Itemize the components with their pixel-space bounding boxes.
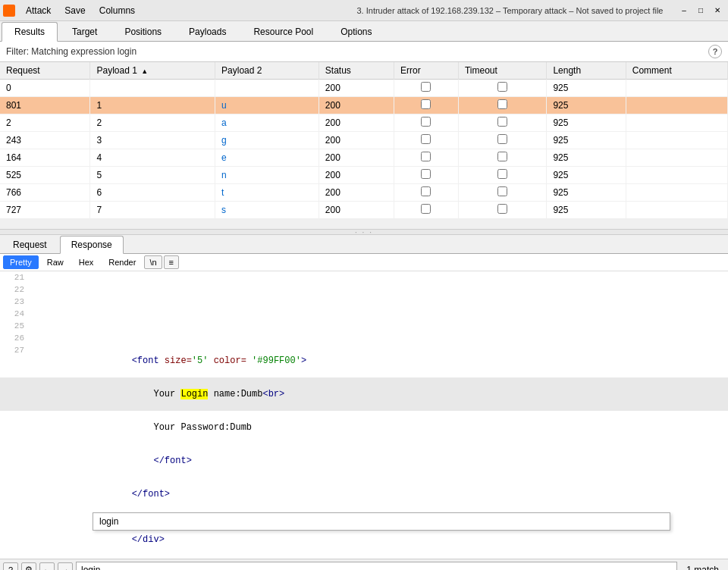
sub-tab-newline[interactable]: \n: [144, 255, 162, 269]
tab-payloads[interactable]: Payloads: [176, 22, 239, 42]
cell-payload1: 3: [90, 132, 215, 149]
cell-payload2: a: [215, 114, 319, 132]
tab-target[interactable]: Target: [59, 22, 110, 42]
filter-label: Filter: Matching expression login: [6, 46, 136, 57]
code-line-25: 25: [0, 320, 728, 332]
cell-payload2: [215, 80, 319, 97]
cell-payload2: u: [215, 97, 319, 114]
col-payload2: Payload 2: [215, 62, 319, 80]
cell-status: 200: [318, 80, 394, 97]
cell-comment: [626, 149, 727, 167]
results-table-wrapper[interactable]: Request Payload 1 ▲ Payload 2 Status Err…: [0, 62, 728, 229]
menu-columns[interactable]: Columns: [93, 4, 141, 17]
cell-payload2: g: [215, 132, 319, 149]
code-line-close-font1: </font>: [0, 444, 728, 478]
filter-bar: Filter: Matching expression login ?: [0, 42, 728, 62]
table-row[interactable]: 243 3 g 200 925: [0, 132, 728, 149]
rr-tab-bar: Request Response: [0, 235, 728, 254]
resizer[interactable]: · · ·: [0, 229, 728, 235]
table-header: Request Payload 1 ▲ Payload 2 Status Err…: [0, 62, 728, 80]
maximize-button[interactable]: □: [693, 3, 708, 18]
cell-payload2: e: [215, 149, 319, 167]
cell-error: [394, 132, 459, 149]
cell-comment: [626, 202, 727, 219]
cell-timeout: [458, 132, 546, 149]
cell-comment: [626, 132, 727, 149]
cell-request: 243: [0, 132, 90, 149]
prev-match-button[interactable]: ←: [39, 562, 55, 571]
cell-error: [394, 167, 459, 184]
cell-payload2: t: [215, 184, 319, 202]
table-row[interactable]: 766 6 t 200 925: [0, 184, 728, 202]
cell-timeout: [458, 202, 546, 219]
menu-bar: Attack Save Columns: [20, 4, 344, 17]
menu-save[interactable]: Save: [58, 4, 91, 17]
help-button[interactable]: ?: [708, 45, 722, 58]
cell-length: 925: [547, 202, 626, 219]
cell-payload1: 7: [90, 202, 215, 219]
menu-attack[interactable]: Attack: [20, 4, 57, 17]
cell-payload1: 6: [90, 184, 215, 202]
table-row[interactable]: 801 1 u 200 925: [0, 97, 728, 114]
cell-status: 200: [318, 132, 394, 149]
code-line-password: Your Password:Dumb: [0, 411, 728, 444]
table-body: 0 200 925 801 1 u 200 925 2 2 a 200 925: [0, 80, 728, 219]
sub-tab-pretty[interactable]: Pretty: [3, 255, 39, 269]
search-input[interactable]: [76, 562, 677, 571]
cell-comment: [626, 80, 727, 97]
cell-timeout: [458, 149, 546, 167]
tab-results[interactable]: Results: [2, 22, 58, 42]
col-error: Error: [394, 62, 459, 80]
code-line-22: 22: [0, 283, 728, 296]
tab-options[interactable]: Options: [328, 22, 384, 42]
title-bar: Attack Save Columns 3. Intruder attack o…: [0, 0, 728, 21]
sub-tab-render[interactable]: Render: [102, 255, 143, 269]
sub-tab-hex[interactable]: Hex: [72, 255, 101, 269]
cell-comment: [626, 184, 727, 202]
tab-request[interactable]: Request: [2, 236, 58, 254]
code-line-26: 26: [0, 332, 728, 344]
help-status-button[interactable]: ?: [3, 562, 18, 571]
col-status: Status: [318, 62, 394, 80]
code-line-27: 27 <font size='5' color= '#99FF00'>: [0, 344, 728, 377]
cell-status: 200: [318, 184, 394, 202]
table-row[interactable]: 2 2 a 200 925: [0, 114, 728, 132]
autocomplete-dropdown: login: [93, 512, 670, 531]
sub-tab-raw[interactable]: Raw: [40, 255, 71, 269]
tab-resource-pool[interactable]: Resource Pool: [240, 22, 326, 42]
col-comment: Comment: [626, 62, 727, 80]
cell-payload1: 1: [90, 97, 215, 114]
sub-tab-menu[interactable]: ≡: [164, 255, 179, 269]
cell-timeout: [458, 167, 546, 184]
cell-request: 766: [0, 184, 90, 202]
cell-payload1: 5: [90, 167, 215, 184]
results-section: Request Payload 1 ▲ Payload 2 Status Err…: [0, 62, 728, 229]
response-section: Request Response Pretty Raw Hex Render \…: [0, 235, 728, 559]
close-button[interactable]: ✕: [710, 3, 725, 18]
col-payload1[interactable]: Payload 1 ▲: [90, 62, 215, 80]
table-row[interactable]: 727 7 s 200 925: [0, 202, 728, 219]
settings-button[interactable]: ⚙: [21, 562, 36, 571]
cell-payload1: [90, 80, 215, 97]
table-row[interactable]: 0 200 925: [0, 80, 728, 97]
cell-comment: [626, 97, 727, 114]
status-bar: ? ⚙ ← → 1 match: [0, 559, 728, 570]
autocomplete-item-login[interactable]: login: [93, 513, 670, 530]
cell-status: 200: [318, 114, 394, 132]
cell-length: 925: [547, 114, 626, 132]
table-row[interactable]: 525 5 n 200 925: [0, 167, 728, 184]
match-count: 1 match: [680, 562, 725, 571]
minimize-button[interactable]: –: [676, 3, 692, 18]
cell-payload2: s: [215, 202, 319, 219]
cell-error: [394, 149, 459, 167]
table-row[interactable]: 164 4 e 200 925: [0, 149, 728, 167]
cell-timeout: [458, 184, 546, 202]
cell-status: 200: [318, 97, 394, 114]
next-match-button[interactable]: →: [58, 562, 73, 571]
tab-response[interactable]: Response: [60, 236, 124, 254]
cell-error: [394, 184, 459, 202]
cell-request: 2: [0, 114, 90, 132]
tab-positions[interactable]: Positions: [111, 22, 174, 42]
cell-status: 200: [318, 167, 394, 184]
cell-status: 200: [318, 149, 394, 167]
